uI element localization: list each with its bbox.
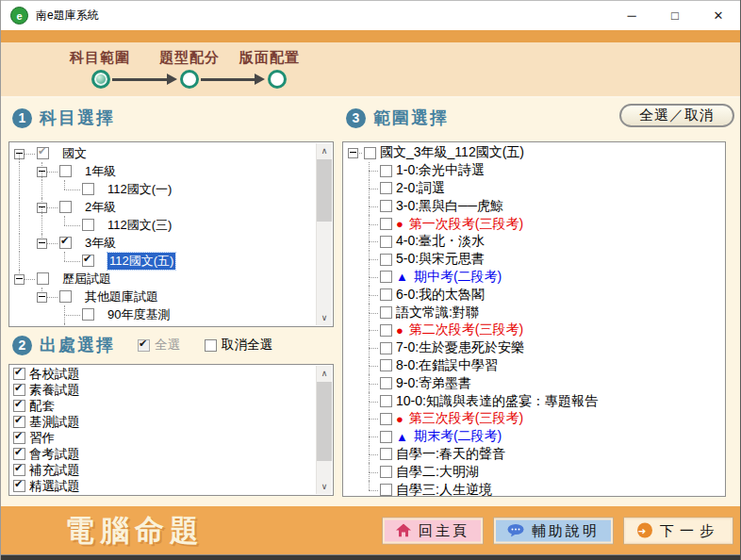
tree-checkbox[interactable] <box>380 395 392 407</box>
tree-checkbox[interactable] <box>380 466 392 478</box>
tree-checkbox[interactable] <box>380 342 392 354</box>
select-all-checkbox[interactable] <box>138 339 150 352</box>
tree-item-label[interactable]: 7-0:生於憂患死於安樂 <box>396 339 524 356</box>
tree-checkbox[interactable] <box>380 306 392 319</box>
scroll-down-icon[interactable]: ∨ <box>317 479 332 494</box>
tree-item-label[interactable]: 自學一:春天的聲音 <box>396 446 505 463</box>
tree-item-label[interactable]: 期末考(二段考) <box>414 428 502 445</box>
tree-checkbox[interactable] <box>82 219 94 231</box>
tree-checkbox[interactable] <box>380 324 392 337</box>
tree-item-label[interactable]: 90年度基測 <box>107 306 170 323</box>
tree-item-label[interactable]: 5-0:與宋元思書 <box>396 251 485 268</box>
tree-checkbox[interactable] <box>380 200 392 212</box>
scrollbar-thumb[interactable] <box>317 382 332 461</box>
tree-item-label[interactable]: 3年級 <box>85 235 116 252</box>
source-item-checkbox[interactable] <box>13 384 25 396</box>
source-item-checkbox[interactable] <box>13 416 25 428</box>
tree-item-label[interactable]: 歷屆試題 <box>62 271 111 288</box>
tree-checkbox[interactable] <box>37 272 49 285</box>
scrollbar-thumb[interactable] <box>317 159 332 222</box>
select-all-checkbox-group[interactable]: 全選 <box>136 337 180 354</box>
tree-item-label[interactable]: 期中考(二段考) <box>414 269 502 286</box>
deselect-all-checkbox[interactable] <box>205 339 217 352</box>
tree-checkbox[interactable] <box>380 484 392 496</box>
tree-item-label[interactable]: 自學二:大明湖 <box>396 464 479 481</box>
tree-checkbox[interactable] <box>380 359 392 371</box>
collapse-minus-icon[interactable] <box>37 167 47 177</box>
tree-checkbox[interactable] <box>37 147 49 159</box>
tree-item-label[interactable]: 9-0:寄弟墨書 <box>396 375 471 392</box>
tree-checkbox[interactable] <box>59 290 72 303</box>
source-list-item[interactable]: 各校試題 <box>10 366 315 382</box>
subject-tree-scrollbar[interactable]: ∧ ∨ <box>316 143 332 325</box>
tree-item-label[interactable]: 第一次段考(三段考) <box>409 216 523 233</box>
tree-item-label[interactable]: 國文 <box>62 145 87 162</box>
source-list-item[interactable]: 素養試題 <box>10 382 315 398</box>
source-item-checkbox[interactable] <box>13 464 25 476</box>
source-list-item[interactable]: 基測試題 <box>10 414 315 430</box>
next-step-button[interactable]: ➜ 下一步 <box>624 518 733 543</box>
tree-item-label[interactable]: 第二次段考(三段考) <box>409 321 523 338</box>
collapse-minus-icon[interactable] <box>14 274 25 285</box>
source-list-item[interactable]: 習作 <box>10 430 315 446</box>
tree-item-label[interactable]: 3-0:黑與白──虎鯨 <box>396 198 503 215</box>
tree-item-label[interactable]: 自學三:人生逆境 <box>396 482 492 497</box>
tree-item-label[interactable]: 2年級 <box>85 199 116 216</box>
tree-checkbox[interactable] <box>380 271 392 283</box>
source-list-item[interactable]: 精選試題 <box>10 478 315 494</box>
home-button[interactable]: 回主頁 <box>383 518 483 543</box>
source-item-checkbox[interactable] <box>13 448 25 460</box>
tree-item-label[interactable]: 4-0:臺北・淡水 <box>396 233 485 250</box>
source-list-item[interactable]: 會考試題 <box>10 446 315 462</box>
tree-checkbox[interactable] <box>380 182 392 194</box>
tree-checkbox[interactable] <box>380 218 392 230</box>
tree-item-label[interactable]: 112國文(五) <box>107 253 175 270</box>
deselect-all-checkbox-group[interactable]: 取消全選 <box>203 337 272 354</box>
collapse-minus-icon[interactable] <box>37 203 47 213</box>
tree-item-label[interactable]: 112國文(一) <box>107 181 172 198</box>
scroll-up-icon[interactable]: ∧ <box>317 143 332 158</box>
source-list-scrollbar[interactable]: ∧ ∨ <box>316 366 332 494</box>
tree-checkbox[interactable] <box>380 431 392 443</box>
tree-item-label[interactable]: 語文常識:對聯 <box>396 305 479 321</box>
collapse-minus-icon[interactable] <box>37 239 47 249</box>
minimize-button[interactable]: ─ <box>610 1 653 30</box>
help-button[interactable]: 輔助說明 <box>494 518 613 543</box>
tree-item-label[interactable]: 其他題庫試題 <box>85 288 158 305</box>
source-item-checkbox[interactable] <box>13 432 25 444</box>
tree-checkbox[interactable] <box>82 183 94 195</box>
tree-item-label[interactable]: 1-0:余光中詩選 <box>396 162 485 179</box>
tree-checkbox[interactable] <box>380 254 392 266</box>
tree-item-label[interactable]: 6-0:我的太魯閣 <box>396 287 485 304</box>
close-button[interactable]: ✕ <box>697 1 740 30</box>
collapse-minus-icon[interactable] <box>14 149 25 159</box>
tree-checkbox[interactable] <box>82 308 94 321</box>
tree-checkbox[interactable] <box>380 448 392 460</box>
source-item-checkbox[interactable] <box>13 368 25 380</box>
maximize-button[interactable]: □ <box>653 1 697 30</box>
tree-checkbox[interactable] <box>59 165 72 177</box>
tree-item-label[interactable]: 第三次段考(三段考) <box>409 410 523 427</box>
tree-checkbox[interactable] <box>380 165 392 177</box>
source-item-checkbox[interactable] <box>13 480 25 492</box>
tree-item-label[interactable]: 112國文(三) <box>107 217 172 234</box>
tree-item-label[interactable]: 10-0:知識與表達的盛宴：專題報告 <box>396 393 598 410</box>
scroll-down-icon[interactable]: ∨ <box>317 310 332 325</box>
collapse-minus-icon[interactable] <box>348 148 358 158</box>
tree-item-label[interactable]: 1年級 <box>85 163 116 180</box>
tree-item-label[interactable]: 8-0:在錯誤中學習 <box>396 357 498 374</box>
tree-checkbox[interactable] <box>82 326 94 327</box>
source-item-checkbox[interactable] <box>13 400 25 412</box>
tree-checkbox[interactable] <box>364 147 376 159</box>
tree-item-label[interactable]: 2-0:詞選 <box>396 180 445 197</box>
tree-checkbox[interactable] <box>59 201 72 213</box>
tree-checkbox[interactable] <box>380 413 392 425</box>
tree-checkbox[interactable] <box>380 288 392 301</box>
select-toggle-button[interactable]: 全選／取消 <box>619 104 734 127</box>
collapse-minus-icon[interactable] <box>37 292 47 303</box>
tree-checkbox[interactable] <box>380 377 392 389</box>
scroll-up-icon[interactable]: ∧ <box>317 366 332 381</box>
tree-checkbox[interactable] <box>59 237 72 249</box>
tree-item-label[interactable]: 國文_3年級_112國文(五) <box>380 144 524 161</box>
tree-checkbox[interactable] <box>380 236 392 248</box>
